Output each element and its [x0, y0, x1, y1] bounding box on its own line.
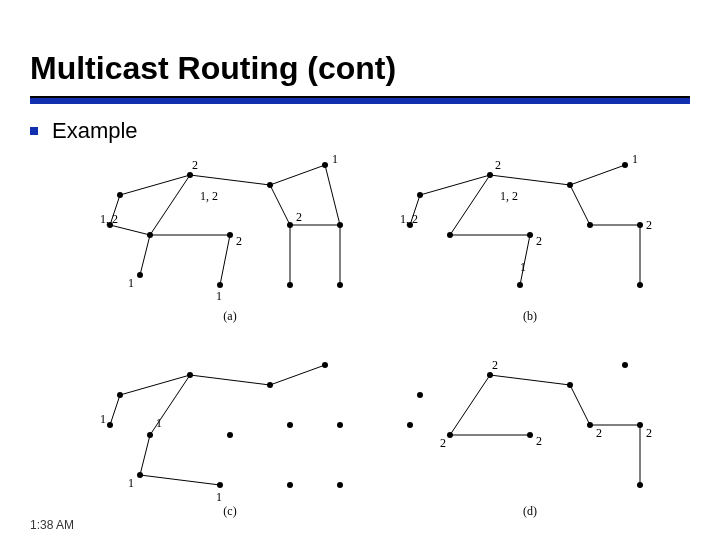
- label-d-right-a: 2: [596, 426, 602, 440]
- svg-line-67: [140, 475, 220, 485]
- svg-point-73: [407, 422, 413, 428]
- caption-b: (b): [523, 309, 537, 323]
- panel-c: 1 1 1 1 (c): [100, 362, 343, 518]
- label-a-center: 2: [236, 234, 242, 248]
- label-a-left-pair: 1, 2: [100, 212, 118, 226]
- svg-point-59: [287, 482, 293, 488]
- label-b-top-right: 1: [632, 152, 638, 166]
- label-b-lower: 1: [520, 260, 526, 274]
- svg-point-54: [227, 432, 233, 438]
- label-a-top-right: 1: [332, 152, 338, 166]
- svg-line-62: [190, 375, 270, 385]
- bullet-row: Example: [30, 118, 138, 144]
- page-title: Multicast Routing (cont): [30, 50, 396, 87]
- label-a-right: 2: [296, 210, 302, 224]
- label-d-mid: 2: [536, 434, 542, 448]
- label-b-far-right: 2: [646, 218, 652, 232]
- bullet-icon: [30, 127, 38, 135]
- svg-line-13: [120, 175, 190, 195]
- svg-line-79: [450, 375, 490, 435]
- label-d-right-b: 2: [646, 426, 652, 440]
- label-a-mid-left: 2: [192, 158, 198, 172]
- svg-line-18: [150, 175, 190, 235]
- label-a-upper-mid: 1, 2: [200, 189, 218, 203]
- svg-line-20: [110, 225, 150, 235]
- svg-point-55: [287, 422, 293, 428]
- caption-c: (c): [223, 504, 236, 518]
- label-c-bottom: 1: [216, 490, 222, 504]
- label-b-center: 2: [536, 234, 542, 248]
- svg-line-61: [120, 375, 190, 395]
- label-a-lower: 1: [216, 289, 222, 303]
- svg-line-17: [270, 185, 290, 225]
- label-d-midtop: 2: [492, 358, 498, 372]
- svg-line-15: [270, 165, 325, 185]
- svg-line-14: [190, 175, 270, 185]
- svg-line-66: [140, 435, 150, 475]
- label-b-left-pair: 1, 2: [400, 212, 418, 226]
- label-a-bottom-left: 1: [128, 276, 134, 290]
- timestamp: 1:38 AM: [30, 518, 74, 532]
- label-c-mid: 1: [156, 416, 162, 430]
- svg-line-44: [570, 185, 590, 225]
- svg-point-60: [337, 482, 343, 488]
- svg-point-68: [417, 392, 423, 398]
- svg-line-16: [325, 165, 340, 225]
- panel-d: 2 2 2 2 2 (d): [407, 358, 652, 518]
- svg-line-81: [570, 385, 590, 425]
- svg-line-39: [490, 175, 570, 185]
- svg-point-56: [337, 422, 343, 428]
- svg-point-71: [622, 362, 628, 368]
- panel-a: 1 2 1, 2 1, 2 1 2 2 1 (a): [100, 152, 343, 323]
- label-c-lower-left: 1: [128, 476, 134, 490]
- diagram-container: 1 2 1, 2 1, 2 1 2 2 1 (a) 1 2 1, 2 1,: [100, 155, 660, 515]
- label-c-left-upper: 1: [100, 412, 106, 426]
- label-b-upper-mid: 1, 2: [500, 189, 518, 203]
- svg-line-22: [140, 235, 150, 275]
- svg-line-41: [450, 175, 490, 235]
- title-rule-bottom: [30, 98, 690, 104]
- svg-line-63: [270, 365, 325, 385]
- svg-line-23: [220, 235, 230, 285]
- caption-a: (a): [223, 309, 236, 323]
- svg-line-40: [570, 165, 625, 185]
- network-diagram: 1 2 1, 2 1, 2 1 2 2 1 (a) 1 2 1, 2 1,: [100, 155, 660, 515]
- label-d-left: 2: [440, 436, 446, 450]
- svg-line-65: [110, 395, 120, 425]
- svg-line-38: [420, 175, 490, 195]
- bullet-label: Example: [52, 118, 138, 144]
- label-b-mid-left: 2: [495, 158, 501, 172]
- svg-line-78: [490, 375, 570, 385]
- panel-b: 1 2 1, 2 1, 2 2 2 1 (b): [400, 152, 652, 323]
- caption-d: (d): [523, 504, 537, 518]
